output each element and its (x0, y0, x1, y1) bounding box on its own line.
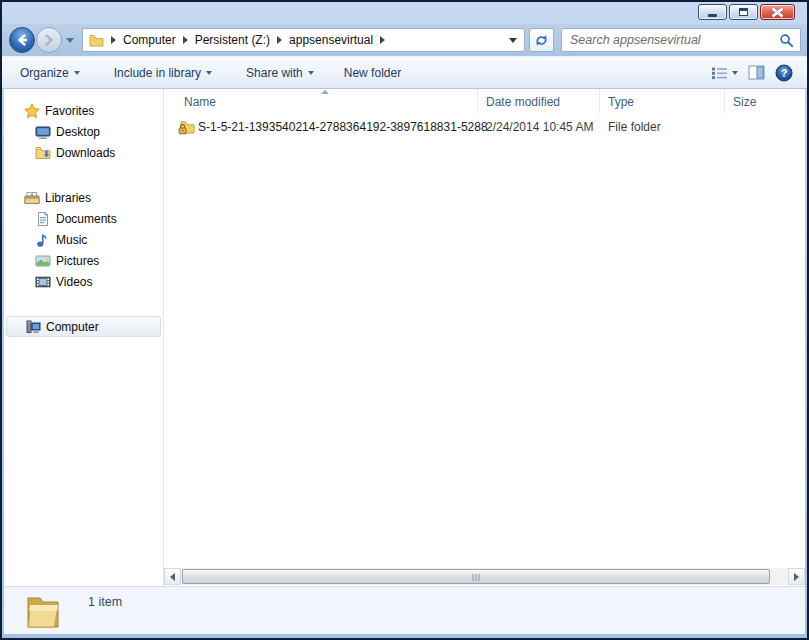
type-column-label: Type (608, 95, 634, 109)
restore-button[interactable] (729, 4, 758, 20)
music-icon (35, 232, 51, 248)
toolbar-right-group: ? (711, 64, 807, 82)
date-modified-column-label: Date modified (486, 95, 560, 109)
file-list-pane: Name Date modified Type Size (164, 89, 805, 586)
explorer-window: Computer Persistent (Z:) appsensevirtual (0, 0, 809, 640)
name-column-label: Name (184, 95, 216, 109)
size-column-label: Size (733, 95, 756, 109)
sort-ascending-icon (321, 90, 329, 94)
window-controls (698, 4, 795, 20)
breadcrumb-separator-icon (111, 36, 116, 44)
address-dropdown-icon[interactable] (509, 38, 517, 43)
navigation-pane: Favorites Desktop Downloads (4, 89, 163, 586)
organize-label: Organize (20, 66, 69, 80)
search-box (561, 28, 801, 52)
help-glyph: ? (781, 67, 788, 79)
recent-pages-dropdown[interactable] (66, 38, 74, 43)
folder-large-icon (22, 591, 64, 633)
videos-icon (35, 274, 51, 290)
documents-label: Documents (56, 212, 117, 226)
sidebar-gap (4, 163, 163, 187)
back-arrow-icon (15, 33, 29, 47)
file-type: File folder (608, 120, 661, 134)
sidebar-item-favorites[interactable]: Favorites (4, 100, 163, 121)
music-label: Music (56, 233, 87, 247)
breadcrumb-separator-icon (183, 36, 188, 44)
refresh-button[interactable] (529, 28, 554, 52)
close-icon (772, 8, 783, 17)
status-bar: 1 item (4, 586, 805, 634)
breadcrumb-computer[interactable]: Computer (123, 33, 176, 47)
star-icon (24, 103, 40, 119)
preview-pane-button[interactable] (748, 65, 765, 80)
column-header-type[interactable]: Type (600, 89, 725, 114)
file-name: S-1-5-21-1393540214-2788364192-389761883… (198, 120, 488, 134)
breadcrumb-separator-icon (380, 36, 385, 44)
organize-button[interactable]: Organize (14, 62, 86, 84)
libraries-icon (24, 190, 40, 206)
column-headers: Name Date modified Type Size (164, 89, 805, 114)
share-with-button[interactable]: Share with (240, 62, 320, 84)
scrollbar-grip-icon (473, 574, 480, 581)
scroll-right-button[interactable] (788, 568, 805, 585)
refresh-icon (534, 33, 549, 48)
column-header-name[interactable]: Name (164, 89, 478, 114)
file-row[interactable]: S-1-5-21-1393540214-2788364192-389761883… (164, 117, 805, 139)
sidebar-item-libraries[interactable]: Libraries (4, 187, 163, 208)
title-bar[interactable] (2, 2, 807, 24)
videos-label: Videos (56, 275, 92, 289)
breadcrumb-appsensevirtual[interactable]: appsensevirtual (289, 33, 373, 47)
chevron-down-icon (308, 71, 314, 75)
breadcrumb-persistent-z[interactable]: Persistent (Z:) (195, 33, 270, 47)
pictures-icon (35, 253, 51, 269)
close-button[interactable] (760, 4, 795, 20)
scroll-left-icon (170, 573, 175, 581)
sidebar-gap (4, 292, 163, 316)
address-bar[interactable]: Computer Persistent (Z:) appsensevirtual (82, 28, 525, 52)
downloads-label: Downloads (56, 146, 115, 160)
folder-icon (89, 34, 104, 47)
sidebar-item-computer[interactable]: Computer (6, 316, 161, 337)
preview-pane-icon (748, 65, 765, 80)
restore-icon (739, 8, 748, 16)
sidebar-item-documents[interactable]: Documents (4, 208, 163, 229)
forward-button[interactable] (36, 27, 62, 53)
sidebar-item-pictures[interactable]: Pictures (4, 250, 163, 271)
sidebar-item-videos[interactable]: Videos (4, 271, 163, 292)
sidebar-item-desktop[interactable]: Desktop (4, 121, 163, 142)
back-button[interactable] (9, 27, 35, 53)
navigation-bar: Computer Persistent (Z:) appsensevirtual (2, 24, 807, 56)
minimize-icon (708, 14, 717, 17)
scrollbar-thumb[interactable] (182, 569, 770, 584)
sidebar-item-downloads[interactable]: Downloads (4, 142, 163, 163)
file-date-modified: 2/24/2014 10:45 AM (486, 120, 593, 134)
column-header-size[interactable]: Size (725, 89, 804, 114)
column-header-date-modified[interactable]: Date modified (478, 89, 600, 114)
new-folder-label: New folder (344, 66, 401, 80)
minimize-button[interactable] (698, 4, 727, 20)
help-icon: ? (775, 64, 793, 82)
desktop-label: Desktop (56, 125, 100, 139)
computer-label: Computer (46, 320, 99, 334)
horizontal-scrollbar[interactable] (164, 568, 805, 585)
scroll-right-icon (794, 573, 799, 581)
document-icon (35, 211, 51, 227)
chevron-down-icon (206, 71, 212, 75)
command-toolbar: Organize Include in library Share with N… (2, 56, 807, 89)
change-view-button[interactable] (711, 66, 738, 80)
favorites-label: Favorites (45, 104, 94, 118)
libraries-label: Libraries (45, 191, 91, 205)
search-input[interactable] (562, 29, 800, 51)
scroll-left-button[interactable] (164, 568, 181, 585)
pictures-label: Pictures (56, 254, 99, 268)
chevron-down-icon (74, 71, 80, 75)
help-button[interactable]: ? (775, 64, 793, 82)
search-icon[interactable] (779, 33, 794, 48)
include-in-library-button[interactable]: Include in library (108, 62, 218, 84)
new-folder-button[interactable]: New folder (338, 62, 407, 84)
include-in-library-label: Include in library (114, 66, 201, 80)
chevron-down-icon (732, 71, 738, 75)
sidebar-item-music[interactable]: Music (4, 229, 163, 250)
downloads-icon (35, 145, 51, 161)
share-with-label: Share with (246, 66, 303, 80)
